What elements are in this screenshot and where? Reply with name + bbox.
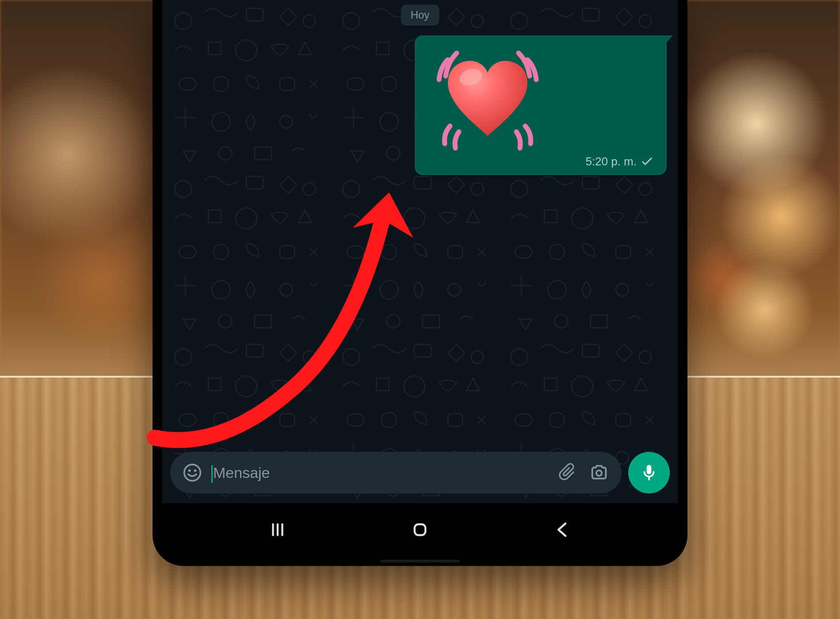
date-separator: Hoy: [401, 4, 439, 26]
android-nav-bar: [162, 503, 678, 556]
svg-point-4: [596, 470, 602, 476]
message-input-bar: Mensaje: [170, 452, 670, 493]
svg-point-1: [184, 465, 201, 481]
nav-back-icon[interactable]: [553, 520, 572, 539]
beating-heart-emoji: [432, 49, 543, 150]
microphone-icon: [640, 463, 658, 482]
input-container: Mensaje: [170, 452, 622, 493]
text-cursor: [211, 465, 213, 483]
nav-recents-icon[interactable]: [268, 520, 287, 539]
svg-point-2: [188, 469, 191, 472]
svg-point-3: [194, 469, 196, 472]
nav-home-icon[interactable]: [411, 520, 429, 539]
camera-icon[interactable]: [589, 462, 609, 483]
outgoing-message-bubble[interactable]: 5:20 p. m.: [415, 35, 667, 175]
chat-content-area: Hoy: [162, 0, 678, 556]
svg-rect-9: [415, 524, 426, 535]
message-status-check-icon: [641, 157, 653, 167]
phone-screen: Hoy: [162, 0, 678, 556]
date-label: Hoy: [411, 9, 430, 21]
heart-icon: [443, 59, 532, 141]
voice-message-button[interactable]: [628, 452, 670, 493]
message-timestamp: 5:20 p. m.: [585, 155, 637, 168]
phone-frame: Hoy: [153, 0, 687, 566]
message-input[interactable]: Mensaje: [213, 464, 547, 481]
attachment-paperclip-icon[interactable]: [558, 463, 578, 482]
input-placeholder: Mensaje: [213, 464, 270, 481]
emoji-picker-icon[interactable]: [183, 463, 202, 482]
